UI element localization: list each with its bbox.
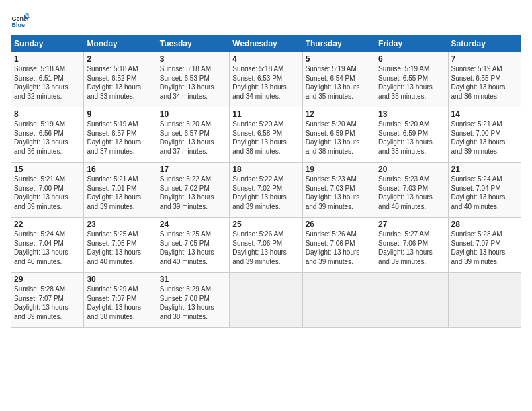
weekday-header-thursday: Thursday bbox=[302, 36, 375, 52]
sunrise-label: Sunrise: 5:28 AM bbox=[451, 230, 502, 238]
calendar-cell: 10 Sunrise: 5:20 AM Sunset: 6:57 PM Dayl… bbox=[157, 107, 229, 163]
sunset-label: Sunset: 6:58 PM bbox=[232, 130, 282, 137]
daylight-label: Daylight: 13 hours bbox=[14, 248, 69, 256]
day-number: 4 bbox=[232, 54, 299, 64]
day-info: Sunrise: 5:23 AM Sunset: 7:03 PM Dayligh… bbox=[378, 175, 445, 211]
daylight-label: Daylight: 13 hours bbox=[378, 83, 433, 91]
day-number: 10 bbox=[160, 109, 226, 119]
weekday-header-sunday: Sunday bbox=[11, 36, 84, 52]
calendar-cell: 31 Sunrise: 5:29 AM Sunset: 7:08 PM Dayl… bbox=[157, 273, 229, 328]
sunrise-label: Sunrise: 5:27 AM bbox=[378, 230, 429, 238]
day-info: Sunrise: 5:25 AM Sunset: 7:05 PM Dayligh… bbox=[160, 230, 226, 266]
day-info: Sunrise: 5:18 AM Sunset: 6:53 PM Dayligh… bbox=[160, 64, 226, 101]
calendar-cell bbox=[448, 273, 521, 328]
daylight-minutes: and 39 minutes. bbox=[14, 203, 62, 210]
daylight-minutes: and 40 minutes. bbox=[378, 203, 426, 210]
sunrise-label: Sunrise: 5:25 AM bbox=[87, 230, 138, 238]
day-info: Sunrise: 5:22 AM Sunset: 7:02 PM Dayligh… bbox=[160, 175, 226, 211]
weekday-header-wednesday: Wednesday bbox=[230, 36, 302, 52]
calendar-cell: 23 Sunrise: 5:25 AM Sunset: 7:05 PM Dayl… bbox=[84, 218, 157, 273]
calendar-cell bbox=[230, 273, 302, 328]
day-number: 22 bbox=[14, 220, 81, 229]
day-info: Sunrise: 5:27 AM Sunset: 7:06 PM Dayligh… bbox=[378, 230, 445, 266]
day-number: 31 bbox=[160, 275, 226, 284]
daylight-minutes: and 38 minutes. bbox=[306, 148, 353, 155]
sunrise-label: Sunrise: 5:26 AM bbox=[232, 230, 283, 238]
sunrise-label: Sunrise: 5:19 AM bbox=[87, 120, 138, 128]
daylight-label: Daylight: 13 hours bbox=[451, 193, 506, 201]
daylight-label: Daylight: 13 hours bbox=[14, 138, 69, 146]
daylight-minutes: and 37 minutes. bbox=[160, 148, 208, 155]
sunrise-label: Sunrise: 5:23 AM bbox=[306, 175, 357, 183]
calendar-cell: 16 Sunrise: 5:21 AM Sunset: 7:01 PM Dayl… bbox=[84, 163, 157, 218]
day-info: Sunrise: 5:22 AM Sunset: 7:02 PM Dayligh… bbox=[232, 175, 299, 211]
day-info: Sunrise: 5:29 AM Sunset: 7:07 PM Dayligh… bbox=[87, 285, 153, 321]
sunrise-label: Sunrise: 5:24 AM bbox=[14, 230, 65, 238]
sunrise-label: Sunrise: 5:18 AM bbox=[160, 65, 211, 73]
daylight-minutes: and 38 minutes. bbox=[87, 313, 134, 320]
sunset-label: Sunset: 6:51 PM bbox=[14, 75, 64, 82]
daylight-minutes: and 33 minutes. bbox=[87, 93, 134, 100]
daylight-minutes: and 38 minutes. bbox=[160, 313, 208, 320]
day-number: 18 bbox=[232, 165, 299, 174]
day-info: Sunrise: 5:20 AM Sunset: 6:58 PM Dayligh… bbox=[232, 120, 299, 156]
day-info: Sunrise: 5:28 AM Sunset: 7:07 PM Dayligh… bbox=[14, 285, 81, 321]
sunrise-label: Sunrise: 5:18 AM bbox=[14, 65, 65, 73]
daylight-label: Daylight: 13 hours bbox=[87, 83, 141, 91]
day-info: Sunrise: 5:19 AM Sunset: 6:54 PM Dayligh… bbox=[306, 64, 372, 101]
daylight-minutes: and 39 minutes. bbox=[378, 258, 426, 265]
sunset-label: Sunset: 6:56 PM bbox=[14, 130, 64, 137]
calendar-cell: 25 Sunrise: 5:26 AM Sunset: 7:06 PM Dayl… bbox=[230, 218, 302, 273]
daylight-label: Daylight: 13 hours bbox=[232, 83, 287, 91]
day-info: Sunrise: 5:18 AM Sunset: 6:53 PM Dayligh… bbox=[232, 64, 299, 101]
calendar-cell: 9 Sunrise: 5:19 AM Sunset: 6:57 PM Dayli… bbox=[84, 107, 157, 163]
daylight-minutes: and 37 minutes. bbox=[87, 148, 134, 155]
calendar-cell: 1 Sunrise: 5:18 AM Sunset: 6:51 PM Dayli… bbox=[11, 52, 84, 107]
day-number: 20 bbox=[378, 165, 445, 174]
calendar-cell: 19 Sunrise: 5:23 AM Sunset: 7:03 PM Dayl… bbox=[302, 163, 375, 218]
calendar-cell bbox=[302, 273, 375, 328]
daylight-minutes: and 40 minutes. bbox=[451, 203, 499, 210]
sunset-label: Sunset: 7:02 PM bbox=[232, 185, 282, 192]
daylight-label: Daylight: 13 hours bbox=[160, 304, 214, 311]
sunset-label: Sunset: 7:03 PM bbox=[378, 185, 428, 192]
sunset-label: Sunset: 7:04 PM bbox=[14, 240, 64, 247]
daylight-minutes: and 40 minutes. bbox=[14, 258, 62, 265]
day-info: Sunrise: 5:23 AM Sunset: 7:03 PM Dayligh… bbox=[306, 175, 372, 211]
daylight-minutes: and 34 minutes. bbox=[232, 93, 280, 100]
weekday-header-row: SundayMondayTuesdayWednesdayThursdayFrid… bbox=[11, 36, 521, 52]
sunset-label: Sunset: 7:02 PM bbox=[160, 185, 210, 192]
sunset-label: Sunset: 7:07 PM bbox=[14, 295, 64, 302]
svg-text:Blue: Blue bbox=[11, 21, 25, 28]
sunset-label: Sunset: 6:55 PM bbox=[378, 75, 428, 82]
day-info: Sunrise: 5:19 AM Sunset: 6:55 PM Dayligh… bbox=[451, 64, 518, 101]
daylight-minutes: and 36 minutes. bbox=[451, 93, 499, 100]
daylight-label: Daylight: 13 hours bbox=[160, 248, 214, 256]
day-info: Sunrise: 5:18 AM Sunset: 6:51 PM Dayligh… bbox=[14, 64, 81, 101]
weekday-header-tuesday: Tuesday bbox=[157, 36, 229, 52]
sunrise-label: Sunrise: 5:22 AM bbox=[232, 175, 283, 183]
day-info: Sunrise: 5:26 AM Sunset: 7:06 PM Dayligh… bbox=[306, 230, 372, 266]
day-number: 5 bbox=[306, 54, 372, 64]
sunrise-label: Sunrise: 5:19 AM bbox=[306, 65, 357, 73]
daylight-minutes: and 38 minutes. bbox=[232, 148, 280, 155]
sunset-label: Sunset: 7:00 PM bbox=[14, 185, 64, 192]
calendar-cell: 20 Sunrise: 5:23 AM Sunset: 7:03 PM Dayl… bbox=[375, 163, 448, 218]
day-number: 27 bbox=[378, 220, 445, 229]
sunset-label: Sunset: 7:06 PM bbox=[306, 240, 355, 247]
sunset-label: Sunset: 6:54 PM bbox=[306, 75, 355, 82]
day-info: Sunrise: 5:28 AM Sunset: 7:07 PM Dayligh… bbox=[451, 230, 518, 266]
sunset-label: Sunset: 7:05 PM bbox=[87, 240, 136, 247]
daylight-minutes: and 38 minutes. bbox=[378, 148, 426, 155]
day-number: 1 bbox=[14, 54, 81, 64]
header: General Blue bbox=[11, 11, 521, 30]
calendar-cell: 21 Sunrise: 5:24 AM Sunset: 7:04 PM Dayl… bbox=[448, 163, 521, 218]
daylight-label: Daylight: 13 hours bbox=[306, 83, 360, 91]
sunset-label: Sunset: 6:55 PM bbox=[451, 75, 501, 82]
day-number: 6 bbox=[378, 54, 445, 64]
day-number: 2 bbox=[87, 54, 153, 64]
daylight-minutes: and 39 minutes. bbox=[14, 313, 62, 320]
daylight-label: Daylight: 13 hours bbox=[378, 193, 433, 201]
day-number: 26 bbox=[306, 220, 372, 229]
sunset-label: Sunset: 6:52 PM bbox=[87, 75, 136, 82]
